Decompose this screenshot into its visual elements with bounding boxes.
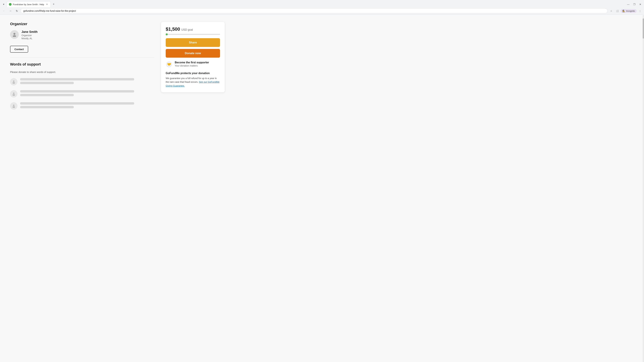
svg-point-7 (12, 106, 15, 108)
scrollbar[interactable] (643, 15, 644, 362)
supporter-icon (12, 104, 16, 108)
skeleton-placeholder (20, 90, 154, 96)
back-button[interactable]: ← (1, 8, 7, 13)
url-bar[interactable]: gofundme.com/f/help-me-fund-raise-for-th… (20, 8, 608, 13)
tab-close-button[interactable]: ✕ (46, 3, 48, 6)
hands-icon: 🤝 (166, 61, 172, 68)
goal-amount: $1,500 USD goal (166, 26, 220, 32)
first-supporter-section: 🤝 Become the first supporter Your donati… (166, 61, 220, 68)
main-column: Organizer Jane Smith Organizer Moody, AL… (10, 22, 154, 114)
protection-body: We guarantee you a full refund for up to… (166, 76, 220, 88)
svg-point-4 (13, 92, 14, 94)
reload-button[interactable]: ↻ (14, 8, 20, 13)
svg-point-0 (14, 33, 16, 35)
donation-card: $1,500 USD goal Share Donate now 🤝 Be (161, 22, 225, 92)
organizer-name: Jane Smith (22, 30, 154, 34)
close-button[interactable]: ✕ (638, 2, 643, 7)
page-content: Organizer Jane Smith Organizer Moody, AL… (0, 15, 235, 121)
progress-bar-fill (166, 34, 167, 35)
menu-button[interactable]: ⋮ (637, 8, 643, 13)
first-supporter-title: Become the first supporter (175, 61, 209, 64)
supporter-icon (12, 80, 16, 84)
tab-group-button[interactable]: ▼ (1, 2, 6, 7)
share-button[interactable]: Share (166, 38, 220, 47)
words-of-support-subtitle: Please donate to share words of support. (10, 70, 154, 73)
sidebar-column: $1,500 USD goal Share Donate now 🤝 Be (161, 22, 225, 114)
organizer-location: Moody, AL (22, 37, 154, 40)
organizer-role: Organizer (22, 34, 154, 37)
scroll-thumb[interactable] (643, 18, 644, 38)
url-text: gofundme.com/f/help-me-fund-raise-for-th… (23, 9, 76, 12)
new-tab-button[interactable]: + (51, 2, 56, 7)
progress-dot (166, 33, 168, 35)
tab-favicon (9, 3, 12, 6)
minimize-button[interactable]: — (626, 2, 630, 7)
supporter-icon (12, 92, 16, 96)
svg-point-3 (12, 82, 15, 84)
active-tab[interactable]: Fundraiser by Jane Smith : Help ✕ (7, 1, 51, 7)
tab-title: Fundraiser by Jane Smith : Help (13, 3, 44, 6)
first-supporter-subtitle: Your donation matters (175, 64, 209, 67)
person-icon (12, 32, 17, 37)
skeleton-placeholder (20, 102, 154, 108)
organizer-avatar (10, 30, 19, 39)
svg-point-5 (12, 94, 15, 96)
list-item (10, 78, 154, 85)
supporter-emoji-icon: 🤝 (166, 61, 172, 68)
organizer-card: Jane Smith Organizer Moody, AL (10, 30, 154, 40)
avatar (10, 78, 18, 85)
organizer-info: Jane Smith Organizer Moody, AL (22, 30, 154, 40)
svg-point-1 (13, 35, 16, 37)
split-screen-button[interactable]: ⬜ (615, 8, 620, 13)
list-item (10, 102, 154, 110)
skeleton-placeholder (20, 78, 154, 84)
protection-title: GoFundMe protects your donation (166, 72, 220, 75)
avatar (10, 102, 18, 110)
incognito-badge: 🕵 Incognito (621, 9, 636, 13)
bookmark-button[interactable]: ☆ (608, 8, 614, 13)
svg-point-2 (13, 80, 14, 82)
organizer-section-title: Organizer (10, 22, 154, 26)
forward-button[interactable]: → (8, 8, 13, 13)
donate-now-button[interactable]: Donate now (166, 49, 220, 58)
svg-point-6 (13, 105, 14, 106)
section-divider (10, 57, 154, 57)
avatar (10, 90, 18, 97)
words-of-support-title: Words of support (10, 62, 154, 66)
restore-button[interactable]: ❐ (632, 2, 636, 7)
list-item (10, 90, 154, 97)
browser-chrome: ▼ Fundraiser by Jane Smith : Help ✕ + — … (0, 0, 644, 15)
contact-button[interactable]: Contact (10, 46, 28, 53)
svg-text:🤝: 🤝 (167, 62, 171, 66)
progress-bar (166, 34, 220, 35)
